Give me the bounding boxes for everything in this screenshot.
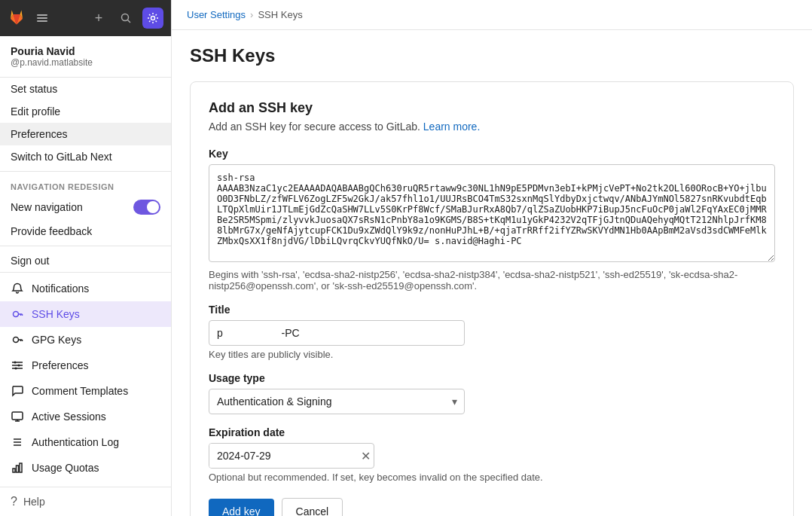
set-status-item[interactable]: Set status — [0, 78, 171, 100]
svg-point-17 — [14, 362, 17, 364]
provide-feedback-item[interactable]: Provide feedback — [0, 220, 171, 243]
svg-rect-26 — [13, 469, 15, 472]
key-hint: Begins with 'ssh-rsa', 'ecdsa-sha2-nistp… — [209, 269, 775, 292]
svg-rect-20 — [12, 412, 23, 420]
sidebar-item-active-sessions[interactable]: Active Sessions — [0, 404, 171, 429]
page-title: SSH Keys — [190, 45, 794, 66]
date-clear-button[interactable]: ✕ — [356, 449, 374, 463]
sidebar-item-label: Usage Quotas — [32, 462, 99, 474]
key-icon — [11, 307, 24, 321]
page-content: SSH Keys Add an SSH key Add an SSH key f… — [172, 30, 812, 516]
svg-rect-0 — [37, 14, 47, 16]
usage-type-label: Usage type — [209, 372, 775, 384]
edit-profile-item[interactable]: Edit profile — [0, 100, 171, 123]
learn-more-link[interactable]: Learn more. — [423, 121, 480, 133]
date-input-wrapper: ✕ — [209, 443, 374, 469]
sliders-icon — [11, 359, 24, 372]
svg-point-10 — [14, 337, 19, 343]
svg-rect-1 — [37, 17, 47, 19]
form-actions: Add key Cancel — [209, 498, 775, 516]
settings-btn[interactable] — [142, 8, 163, 29]
search-btn[interactable] — [115, 8, 136, 29]
sidebar-toggle-btn[interactable] — [32, 8, 53, 29]
title-field-group: Title Key titles are publicly visible. — [209, 304, 775, 360]
sidebar-item-notifications[interactable]: Notifications — [0, 276, 171, 301]
svg-point-6 — [14, 312, 19, 317]
svg-line-4 — [128, 20, 131, 23]
cancel-button[interactable]: Cancel — [282, 498, 343, 516]
sidebar-item-label: GPG Keys — [32, 334, 81, 346]
sidebar-item-label: Active Sessions — [32, 411, 106, 423]
key-field-group: Key Begins with 'ssh-rsa', 'ecdsa-sha2-n… — [209, 148, 775, 292]
gitlab-logo[interactable] — [8, 8, 26, 29]
sidebar-item-label: Comment Templates — [32, 385, 128, 397]
title-hint: Key titles are publicly visible. — [209, 349, 775, 360]
help-label: Help — [23, 496, 45, 508]
comment-icon — [11, 384, 24, 398]
svg-rect-27 — [17, 466, 19, 472]
expiration-hint: Optional but recommended. If set, key be… — [209, 472, 775, 483]
svg-rect-28 — [20, 463, 22, 472]
expiration-label: Expiration date — [209, 426, 775, 438]
add-key-button[interactable]: Add key — [209, 499, 274, 516]
key-textarea[interactable] — [209, 164, 775, 262]
sidebar-item-authentication-log[interactable]: Authentication Log — [0, 429, 171, 455]
sidebar-item-usage-quotas[interactable]: Usage Quotas — [0, 455, 171, 481]
sidebar-item-label: Authentication Log — [32, 436, 119, 448]
sidebar-item-comment-templates[interactable]: Comment Templates — [0, 378, 171, 404]
sidebar-item-label: SSH Keys — [32, 308, 80, 320]
sign-out-item[interactable]: Sign out — [0, 249, 171, 273]
main-content: User Settings › SSH Keys SSH Keys Add an… — [172, 0, 812, 516]
date-input[interactable] — [209, 444, 356, 468]
key-label: Key — [209, 148, 775, 160]
new-tab-btn[interactable]: + — [88, 8, 109, 29]
breadcrumb-parent[interactable]: User Settings — [187, 9, 246, 20]
chart-icon — [11, 461, 24, 475]
user-name: Pouria Navid — [11, 45, 160, 57]
user-handle: @p.navid.matlabsite — [11, 57, 160, 68]
new-navigation-toggle[interactable]: ✓ — [133, 200, 160, 215]
breadcrumb: User Settings › SSH Keys — [172, 0, 812, 30]
expiration-group: Expiration date ✕ Optional but recommend… — [209, 426, 775, 483]
breadcrumb-current: SSH Keys — [258, 9, 302, 20]
monitor-icon — [11, 410, 24, 423]
switch-gitlab-item[interactable]: Switch to GitLab Next — [0, 145, 171, 168]
preferences-top-item[interactable]: Preferences — [0, 123, 171, 145]
sidebar-item-label: Preferences — [32, 359, 88, 371]
bell-icon — [11, 282, 24, 295]
usage-type-wrapper: Authentication & SigningAuthenticationSi… — [209, 389, 465, 414]
svg-rect-2 — [37, 20, 47, 22]
usage-type-group: Usage type Authentication & SigningAuthe… — [209, 372, 775, 414]
sidebar-item-preferences[interactable]: Preferences — [0, 353, 171, 378]
add-ssh-key-form: Add an SSH key Add an SSH key for secure… — [190, 81, 794, 516]
list-icon — [11, 435, 24, 449]
new-navigation-label: New navigation — [11, 201, 83, 213]
form-desc-text: Add an SSH key for secure access to GitL… — [209, 121, 420, 133]
svg-point-18 — [18, 365, 20, 367]
help-section[interactable]: ? Help — [0, 487, 171, 516]
breadcrumb-separator: › — [250, 9, 253, 20]
sidebar: + Pouria Navid @p.navid.matlabsite Set s… — [0, 0, 172, 516]
usage-type-select[interactable]: Authentication & SigningAuthenticationSi… — [209, 389, 465, 414]
sidebar-topbar: + — [0, 0, 171, 36]
sidebar-item-label: Notifications — [32, 282, 89, 295]
title-input[interactable] — [209, 320, 465, 346]
key2-icon — [11, 333, 24, 347]
title-label: Title — [209, 304, 775, 316]
new-navigation-toggle-row: New navigation ✓ — [0, 194, 171, 220]
nav-redesign-header: Navigation redesign — [0, 175, 171, 194]
user-section: Pouria Navid @p.navid.matlabsite — [0, 36, 171, 78]
svg-point-3 — [122, 14, 129, 21]
sidebar-item-ssh-keys[interactable]: SSH Keys — [0, 301, 171, 327]
help-icon: ? — [11, 495, 17, 508]
svg-point-19 — [15, 368, 17, 370]
sidebar-item-gpg-keys[interactable]: GPG Keys — [0, 327, 171, 353]
nav-items: Notifications SSH Keys GPG Keys Preferen… — [0, 276, 171, 481]
form-title: Add an SSH key — [209, 100, 775, 116]
svg-point-5 — [151, 17, 155, 20]
form-description: Add an SSH key for secure access to GitL… — [209, 121, 775, 133]
